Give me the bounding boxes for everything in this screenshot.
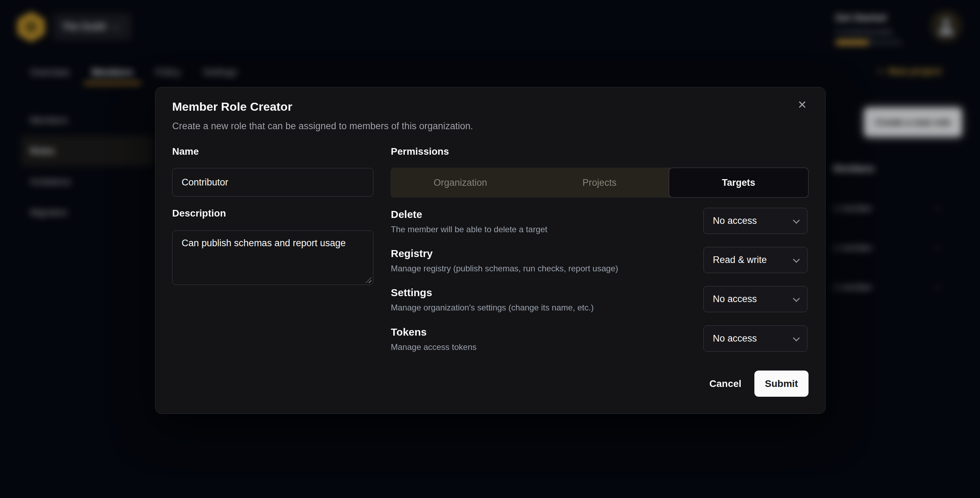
name-input[interactable]: Contributor bbox=[172, 168, 373, 197]
description-label: Description bbox=[172, 208, 226, 219]
selected-value: Read & write bbox=[713, 255, 767, 266]
permissions-scope-tabs: Organization Projects Targets bbox=[391, 168, 808, 197]
cancel-button[interactable]: Cancel bbox=[699, 371, 752, 397]
delete-access-select[interactable]: No access bbox=[703, 208, 807, 234]
chevron-down-icon bbox=[793, 256, 800, 263]
description-value: Can publish schemas and report usage bbox=[181, 238, 346, 248]
screen: The Guild Get Started 4 remaining tasks … bbox=[0, 0, 980, 498]
selected-value: No access bbox=[713, 333, 757, 344]
submit-button[interactable]: Submit bbox=[754, 371, 808, 397]
member-role-creator-modal: ✕ Member Role Creator Create a new role … bbox=[155, 87, 826, 414]
modal-subtitle: Create a new role that can be assigned t… bbox=[172, 121, 473, 132]
permission-description: Manage organization's settings (change i… bbox=[391, 303, 594, 313]
permission-description: Manage registry (publish schemas, run ch… bbox=[391, 264, 618, 274]
selected-value: No access bbox=[713, 294, 757, 304]
description-textarea[interactable]: Can publish schemas and report usage bbox=[172, 231, 373, 285]
scope-tab-targets[interactable]: Targets bbox=[669, 168, 808, 197]
resize-grip-icon[interactable] bbox=[366, 277, 371, 283]
permission-row-settings: Settings Manage organization's settings … bbox=[391, 286, 808, 325]
settings-access-select[interactable]: No access bbox=[703, 286, 807, 312]
permission-description: The member will be able to delete a targ… bbox=[391, 224, 547, 234]
permissions-label: Permissions bbox=[391, 146, 449, 157]
chevron-down-icon bbox=[793, 295, 800, 302]
permission-description: Manage access tokens bbox=[391, 342, 476, 352]
permission-title: Delete bbox=[391, 208, 422, 220]
scope-tab-organization[interactable]: Organization bbox=[391, 168, 530, 197]
tokens-access-select[interactable]: No access bbox=[703, 326, 807, 352]
selected-value: No access bbox=[713, 215, 757, 226]
permission-row-registry: Registry Manage registry (publish schema… bbox=[391, 247, 808, 286]
registry-access-select[interactable]: Read & write bbox=[703, 247, 807, 273]
name-label: Name bbox=[172, 146, 199, 157]
scope-tab-projects[interactable]: Projects bbox=[530, 168, 669, 197]
name-value: Contributor bbox=[181, 177, 228, 188]
modal-title: Member Role Creator bbox=[172, 100, 292, 113]
chevron-down-icon bbox=[793, 334, 800, 341]
chevron-down-icon bbox=[793, 216, 800, 223]
permission-row-delete: Delete The member will be able to delete… bbox=[391, 208, 808, 247]
close-icon[interactable]: ✕ bbox=[794, 96, 811, 113]
permission-title: Tokens bbox=[391, 326, 427, 338]
permission-row-tokens: Tokens Manage access tokens No access bbox=[391, 326, 808, 364]
permission-title: Settings bbox=[391, 287, 432, 299]
permission-title: Registry bbox=[391, 248, 433, 259]
